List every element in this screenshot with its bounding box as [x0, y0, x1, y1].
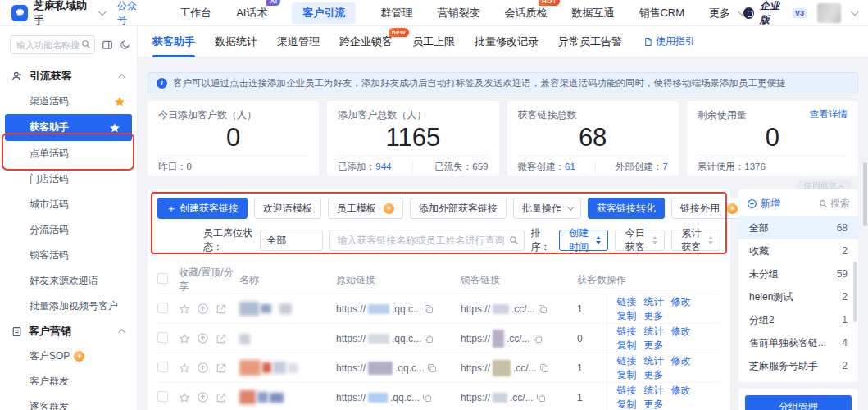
group-search-button[interactable]: 搜索: [819, 197, 850, 211]
action-modify[interactable]: 修改: [671, 385, 691, 396]
action-link[interactable]: 链接: [617, 326, 637, 337]
sort-by-total-customers[interactable]: 累计获客: [671, 230, 721, 251]
tab-staff-limit[interactable]: 员工上限: [412, 26, 455, 57]
star-icon[interactable]: [179, 362, 190, 374]
group-item-ungrouped[interactable]: 未分组59: [738, 262, 858, 285]
dark-mode-moon-icon[interactable]: [120, 39, 130, 50]
account-chevron-down-icon[interactable]: [851, 7, 859, 16]
pin-top-icon[interactable]: [197, 362, 209, 374]
tab-channel-management[interactable]: 渠道管理: [277, 26, 320, 57]
action-stats[interactable]: 统计: [644, 385, 664, 396]
external-use-button[interactable]: 链接外用✦: [671, 198, 747, 219]
pin-top-icon[interactable]: [197, 332, 209, 344]
account-type-link[interactable]: 公众号: [117, 0, 145, 27]
action-copy[interactable]: 复制: [617, 399, 637, 410]
add-external-link-button[interactable]: 添加外部获客链接: [410, 198, 507, 219]
star-filled-white-icon[interactable]: [109, 122, 120, 134]
action-link[interactable]: 链接: [617, 355, 637, 367]
sidebar-item-customer-broadcast[interactable]: 客户群发: [0, 369, 137, 394]
welcome-template-button[interactable]: 欢迎语模板: [254, 198, 321, 219]
usage-guide-link[interactable]: 使用指引: [643, 34, 695, 48]
share-icon[interactable]: [216, 362, 227, 374]
nav-data-interop[interactable]: 数据互通: [571, 2, 614, 24]
star-icon[interactable]: [179, 392, 190, 403]
sidebar-item-customer-sop[interactable]: 客户SOP ✦: [0, 344, 137, 369]
external-created-link[interactable]: 7: [662, 162, 667, 171]
sidebar-item-store-code[interactable]: 门店活码: [0, 166, 137, 192]
link-search-input[interactable]: [329, 230, 525, 251]
sidebar-item-channel-code[interactable]: 渠道活码: [0, 89, 137, 114]
tab-cross-enterprise-lock[interactable]: 跨企业锁客 new: [339, 26, 393, 57]
copy-icon[interactable]: [424, 304, 434, 314]
added-count-link[interactable]: 944: [375, 162, 391, 171]
nav-group-management[interactable]: 群管理: [380, 2, 412, 24]
sidebar-item-order-code[interactable]: 点单活码: [0, 141, 137, 166]
row-checkbox[interactable]: [157, 362, 168, 372]
action-copy[interactable]: 复制: [617, 369, 637, 380]
action-modify[interactable]: 修改: [671, 326, 691, 337]
tab-acquisition-assistant[interactable]: 获客助手: [152, 26, 195, 57]
copy-icon[interactable]: [536, 393, 546, 403]
share-icon[interactable]: [216, 333, 227, 344]
action-stats[interactable]: 统计: [644, 296, 664, 308]
brand-chevron-down-icon[interactable]: [98, 7, 107, 16]
row-checkbox[interactable]: [157, 391, 168, 402]
row-checkbox[interactable]: [157, 332, 168, 343]
copy-icon[interactable]: [539, 363, 549, 373]
action-more[interactable]: 更多: [644, 310, 664, 321]
sidebar-item-per-customer-broadcast[interactable]: 逐客群发: [0, 394, 137, 410]
nav-more[interactable]: 更多: [709, 2, 743, 24]
action-more[interactable]: 更多: [644, 339, 664, 351]
copy-icon[interactable]: [424, 334, 434, 344]
group-item-service-assistant[interactable]: 芝麻服务号助手2: [738, 354, 858, 377]
nav-sales-crm[interactable]: 销售CRM: [639, 2, 684, 24]
star-icon[interactable]: [179, 303, 190, 315]
sidebar-item-acquisition-assistant[interactable]: 获客助手: [5, 114, 132, 141]
share-icon[interactable]: [216, 303, 227, 315]
page-scrollbar[interactable]: [863, 162, 867, 226]
nav-marketing-fission[interactable]: 营销裂变: [437, 2, 479, 24]
sort-by-today-customers[interactable]: 今日获客: [615, 230, 665, 251]
group-list-scrollbar[interactable]: [853, 262, 857, 322]
tab-data-statistics[interactable]: 数据统计: [215, 26, 257, 57]
action-more[interactable]: 更多: [644, 369, 664, 380]
sidebar-section-acquisition[interactable]: 引流获客: [0, 64, 137, 89]
star-icon[interactable]: [179, 333, 190, 344]
create-link-button[interactable]: ＋创建获客链接: [157, 198, 248, 219]
view-details-link[interactable]: 查看详情: [810, 108, 848, 122]
staff-template-button[interactable]: 员工模板✦: [328, 198, 403, 219]
sidebar-item-friend-source-welcome[interactable]: 好友来源欢迎语: [0, 268, 137, 294]
action-copy[interactable]: 复制: [617, 310, 637, 321]
seat-status-select[interactable]: 全部: [260, 230, 323, 251]
action-copy[interactable]: 复制: [617, 339, 637, 351]
sidebar-item-batch-add-video[interactable]: 批量添加视频号客户: [0, 294, 137, 319]
action-modify[interactable]: 修改: [671, 296, 691, 308]
nav-ai-script[interactable]: AI话术 AI: [236, 2, 267, 24]
sort-by-create-time[interactable]: 创建时间: [559, 230, 609, 251]
copy-icon[interactable]: [422, 393, 432, 403]
app-logo[interactable]: [11, 5, 28, 21]
pin-top-icon[interactable]: [197, 391, 209, 403]
nav-customer-acquisition[interactable]: 客户引流: [292, 2, 356, 24]
sidebar-item-city-code[interactable]: 城市活码: [0, 192, 137, 217]
user-avatar[interactable]: [817, 3, 841, 23]
copy-icon[interactable]: [538, 304, 548, 314]
copy-icon[interactable]: [427, 363, 437, 373]
tab-abnormal-staff-alert[interactable]: 异常员工告警: [558, 26, 622, 57]
row-checkbox[interactable]: [157, 303, 168, 313]
nav-chat-inspection[interactable]: 会话质检 HOT: [504, 2, 547, 24]
pin-top-icon[interactable]: [197, 303, 209, 315]
group-item-group2[interactable]: 分组21: [738, 308, 858, 331]
add-group-button[interactable]: 新增: [747, 197, 780, 211]
tab-batch-modify-records[interactable]: 批量修改记录: [475, 26, 539, 57]
sidebar-section-marketing[interactable]: 客户营销: [0, 319, 137, 344]
share-icon[interactable]: [216, 392, 227, 403]
group-item-favorites[interactable]: 收藏2: [738, 239, 858, 262]
select-all-checkbox[interactable]: [157, 273, 168, 284]
action-link[interactable]: 链接: [617, 385, 637, 396]
nav-workbench[interactable]: 工作台: [180, 2, 211, 24]
batch-operation-button[interactable]: 批量操作: [513, 198, 581, 219]
collapse-panel-icon[interactable]: [102, 39, 113, 51]
action-modify[interactable]: 修改: [671, 355, 691, 367]
star-filled-icon[interactable]: [114, 96, 125, 107]
